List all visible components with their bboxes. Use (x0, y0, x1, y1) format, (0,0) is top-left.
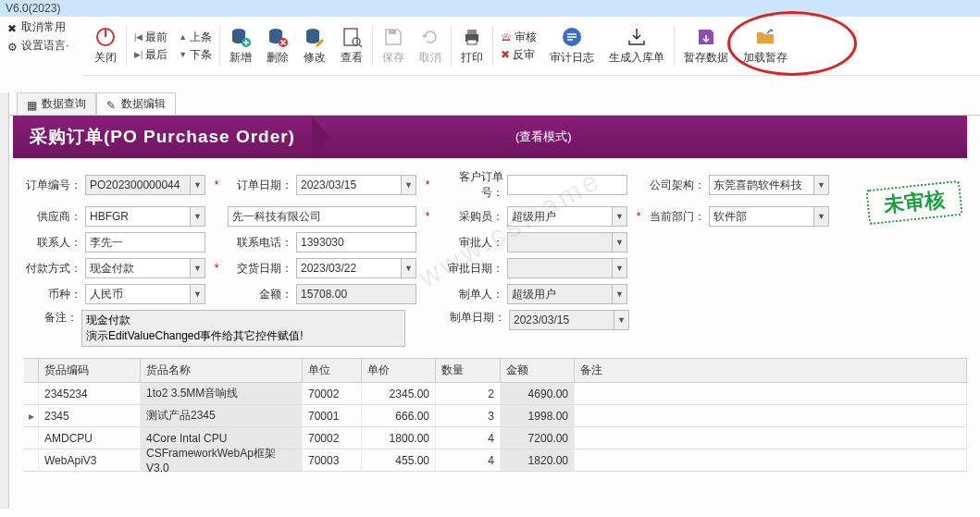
print-icon (461, 26, 483, 48)
nav-last-button[interactable]: ▶|最后 (134, 47, 167, 63)
remarks-label: 备注： (17, 310, 78, 326)
edit-button[interactable]: 修改 (296, 23, 333, 68)
log-icon (561, 26, 583, 48)
remarks-field[interactable] (81, 310, 405, 347)
power-icon (94, 26, 117, 48)
pay-label: 付款方式： (17, 261, 81, 277)
close-button[interactable]: 关闭 (87, 23, 124, 68)
approve-button[interactable]: 🛎审核 (501, 30, 537, 45)
nav-prev-button[interactable]: ▲上条 (179, 30, 212, 45)
nav-first-button[interactable]: |◀最前 (134, 30, 167, 45)
dept-dd[interactable]: ▼ (814, 206, 829, 227)
create-date-field[interactable]: 2023/03/15 (509, 310, 614, 330)
col-remark[interactable]: 备注 (575, 359, 967, 383)
view-button[interactable]: 查看 (333, 23, 370, 68)
col-name[interactable]: 货品名称 (141, 359, 303, 383)
print-button[interactable]: 打印 (453, 23, 490, 68)
creator-dd[interactable]: ▼ (613, 284, 627, 304)
company-field[interactable]: 东莞喜鹊软件科技 (709, 175, 814, 195)
load-temp-button[interactable]: 加载暂存 (736, 23, 795, 68)
cell-remark[interactable] (575, 383, 967, 405)
temp-save-button[interactable]: 暂存数据 (676, 23, 736, 68)
cell-code[interactable]: 2345234 (39, 383, 141, 405)
svg-rect-13 (467, 40, 477, 44)
page-title: 采购订单(PO Purchase Order) (13, 116, 312, 158)
appr-date-field[interactable] (507, 258, 613, 278)
contact-field[interactable]: 李先一 (85, 232, 205, 252)
phone-field[interactable]: 1393030 (296, 232, 416, 252)
cell-price[interactable]: 666.00 (362, 405, 436, 427)
tab-data-edit[interactable]: ✎数据编辑 (96, 92, 176, 115)
table-row[interactable]: 23452341to2 3.5MM音响线700022345.0024690.00 (24, 383, 967, 405)
tab-bar: ▦数据查询 ✎数据编辑 (0, 92, 980, 116)
add-button[interactable]: 新增 (222, 23, 259, 68)
approver-field[interactable] (507, 232, 613, 252)
col-qty[interactable]: 数量 (436, 359, 501, 383)
cell-unit[interactable]: 70002 (303, 427, 362, 449)
order-no-field[interactable]: PO202300000044 (85, 175, 191, 195)
cell-code[interactable]: AMDCPU (39, 427, 141, 449)
table-row[interactable]: WebApiV3CSFrameworkWebAp框架V3.070003455.0… (24, 449, 967, 472)
cust-order-field[interactable] (507, 175, 627, 195)
gen-stock-button[interactable]: 生成入库单 (602, 23, 672, 68)
cell-qty[interactable]: 2 (436, 383, 501, 405)
col-unit[interactable]: 单位 (303, 359, 362, 383)
create-date-dd[interactable]: ▼ (614, 310, 629, 330)
cell-price[interactable]: 2345.00 (362, 383, 436, 405)
cell-unit[interactable]: 70003 (303, 449, 362, 472)
cust-order-label: 客户订单号： (439, 169, 503, 201)
cancel-common-link[interactable]: ✖取消常用 (7, 19, 68, 35)
delete-button[interactable]: 删除 (259, 23, 296, 68)
curr-dd[interactable]: ▼ (191, 284, 205, 304)
form-header: 采购订单(PO Purchase Order) (查看模式) (13, 116, 967, 158)
reject-button[interactable]: ✖反审 (501, 47, 537, 63)
view-mode-label: (查看模式) (515, 129, 572, 145)
tab-data-query[interactable]: ▦数据查询 (17, 92, 96, 115)
deliv-field[interactable]: 2023/03/22 (296, 258, 402, 278)
buyer-field[interactable]: 超级用户 (507, 206, 613, 227)
cell-code[interactable]: WebApiV3 (39, 449, 141, 472)
set-language-link[interactable]: ⚙设置语言· (7, 38, 68, 54)
inbound-icon (626, 26, 648, 48)
order-no-dd[interactable]: ▼ (191, 175, 205, 195)
cell-price[interactable]: 455.00 (362, 449, 436, 472)
cancel-button[interactable]: 取消 (412, 23, 449, 68)
cell-remark[interactable] (575, 427, 967, 449)
deliv-dd[interactable]: ▼ (402, 258, 416, 278)
curr-field[interactable]: 人民币 (85, 284, 191, 304)
buyer-dd[interactable]: ▼ (613, 206, 627, 227)
save-button[interactable]: 保存 (375, 23, 412, 68)
dept-field[interactable]: 软件部 (709, 206, 814, 227)
order-no-label: 订单编号： (17, 178, 81, 193)
supplier-code-field[interactable]: HBFGR (85, 206, 191, 227)
col-amount[interactable]: 金额 (501, 359, 575, 383)
audit-log-button[interactable]: 审计日志 (542, 23, 602, 68)
table-row[interactable]: ▸2345测试产品234570001666.0031998.00 (24, 405, 967, 427)
appr-date-dd[interactable]: ▼ (613, 258, 627, 278)
col-code[interactable]: 货品编码 (39, 359, 141, 383)
cell-unit[interactable]: 70001 (303, 405, 362, 427)
cell-code[interactable]: 2345 (39, 405, 141, 427)
nav-next-button[interactable]: ▼下条 (179, 47, 212, 63)
col-price[interactable]: 单价 (362, 359, 436, 383)
cell-remark[interactable] (575, 405, 967, 427)
order-date-dd[interactable]: ▼ (402, 175, 416, 195)
cell-qty[interactable]: 4 (436, 449, 501, 472)
gear-icon: ⚙ (7, 41, 19, 52)
pay-dd[interactable]: ▼ (191, 258, 205, 278)
curr-label: 币种： (17, 287, 81, 302)
cell-remark[interactable] (575, 449, 967, 472)
creator-label: 制单人： (439, 287, 503, 302)
cell-qty[interactable]: 4 (436, 427, 501, 449)
supplier-dd[interactable]: ▼ (191, 206, 205, 227)
cell-price[interactable]: 1800.00 (362, 427, 436, 449)
cell-qty[interactable]: 3 (436, 405, 501, 427)
cell-name: 1to2 3.5MM音响线 (141, 383, 303, 405)
creator-field[interactable]: 超级用户 (507, 284, 613, 304)
order-date-field[interactable]: 2023/03/15 (296, 175, 402, 195)
supplier-name-field[interactable]: 先一科技有限公司 (228, 206, 416, 227)
approver-dd[interactable]: ▼ (613, 232, 627, 252)
company-dd[interactable]: ▼ (814, 175, 829, 195)
pay-field[interactable]: 现金付款 (85, 258, 191, 278)
cell-unit[interactable]: 70002 (303, 383, 362, 405)
